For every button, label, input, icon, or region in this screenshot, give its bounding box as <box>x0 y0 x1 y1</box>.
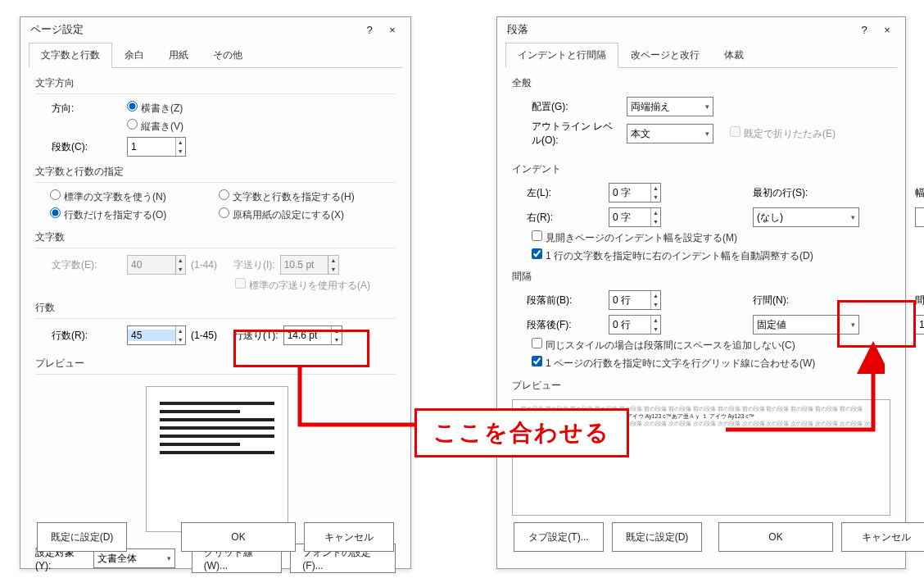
paragraph-dialog: 段落 ? × インデントと行間隔 改ページと改行 体裁 全般 配置(G): 両端… <box>496 16 906 569</box>
section-chars: 文字数 <box>35 230 396 250</box>
chk-collapse: 既定で折りたたみ(E) <box>730 126 836 141</box>
dialog-title: 段落 <box>507 22 528 37</box>
section-lines: 行数 <box>35 301 396 321</box>
ok-button[interactable]: OK <box>181 522 296 552</box>
line-pitch-label: 行送り(T): <box>233 329 279 343</box>
titlebar: 段落 ? × <box>497 17 905 42</box>
radio-std-chars[interactable]: 標準の文字数を使う(N) <box>50 189 214 204</box>
tab-paper[interactable]: 用紙 <box>156 43 201 68</box>
close-button[interactable]: × <box>381 20 404 39</box>
help-button[interactable]: ? <box>853 20 876 39</box>
tab-other[interactable]: その他 <box>201 43 255 68</box>
direction-label: 方向: <box>52 102 122 116</box>
first-line-select[interactable]: (なし)▾ <box>753 207 859 227</box>
alignment-select[interactable]: 両端揃え▾ <box>627 97 713 116</box>
tab-pagination[interactable]: 改ページと改行 <box>618 43 712 68</box>
indent-left-label: 左(L): <box>527 186 605 200</box>
radio-horizontal[interactable] <box>127 101 138 112</box>
radio-specify-both[interactable]: 文字数と行数を指定する(H) <box>219 189 396 204</box>
radio-horizontal-label[interactable]: 横書き(Z) <box>127 101 183 116</box>
pitch-label: 字送り(I): <box>233 258 275 272</box>
tabs-button[interactable]: タブ設定(T)... <box>514 522 604 552</box>
width-label: 幅(Y): <box>915 186 924 200</box>
space-before-label: 段落前(B): <box>527 294 605 307</box>
section-text-direction: 文字方向 <box>35 76 396 96</box>
page-setup-dialog: ページ設定 ? × 文字数と行数 余白 用紙 その他 文字方向 方向: 横書き(… <box>20 16 411 569</box>
pitch-spinner: ▲▼ <box>280 255 339 275</box>
chk-auto-adjust[interactable]: 1 行の文字数を指定時に右のインデント幅を自動調整する(D) <box>532 248 813 263</box>
outline-label: アウトライン レベル(O): <box>532 120 622 148</box>
content: 文字方向 方向: 横書き(Z) 縦書き(V) 段数(C): ▲▼ 文字数と行数の… <box>20 68 410 578</box>
at-label: 間隔(A): <box>915 294 924 307</box>
radio-manuscript[interactable]: 原稿用紙の設定にする(X) <box>219 207 396 222</box>
tabs: 文字数と行数 余白 用紙 その他 <box>29 42 402 68</box>
section-indent: インデント <box>512 162 890 178</box>
tabs: インデントと行間隔 改ページと改行 体裁 <box>505 42 897 68</box>
alignment-label: 配置(G): <box>532 100 622 114</box>
callout-text: ここを合わせる <box>414 408 629 457</box>
indent-left-spinner[interactable]: ▲▼ <box>609 183 661 203</box>
radio-lines-only[interactable]: 行数だけを指定する(O) <box>50 207 214 222</box>
section-preview: プレビュー <box>512 379 890 394</box>
help-button[interactable]: ? <box>358 20 381 39</box>
radio-vertical-label[interactable]: 縦書き(V) <box>127 119 183 134</box>
close-button[interactable]: × <box>876 20 899 39</box>
section-char-line-spec: 文字数と行数の指定 <box>35 165 396 184</box>
lines-label: 行数(R): <box>52 329 122 343</box>
chars-label: 文字数(E): <box>52 258 122 272</box>
space-after-label: 段落後(F): <box>527 318 605 332</box>
titlebar: ページ設定 ? × <box>20 17 410 42</box>
chk-std-pitch: 標準の字送りを使用する(A) <box>235 278 370 293</box>
columns-spinner[interactable]: ▲▼ <box>127 137 186 157</box>
tab-typography[interactable]: 体裁 <box>712 43 756 68</box>
page-preview-thumbnail <box>146 386 288 532</box>
tab-margins[interactable]: 余白 <box>112 43 156 68</box>
radio-vertical[interactable] <box>127 119 138 130</box>
space-before-spinner[interactable]: ▲▼ <box>609 290 661 310</box>
columns-label: 段数(C): <box>52 140 122 154</box>
chk-same-style[interactable]: 同じスタイルの場合は段落間にスペースを追加しない(C) <box>532 338 795 353</box>
set-default-button[interactable]: 既定に設定(D) <box>37 522 127 552</box>
chars-spinner: ▲▼ <box>127 255 186 275</box>
set-default-button[interactable]: 既定に設定(D) <box>612 522 702 552</box>
chk-snap-grid[interactable]: 1 ページの行数を指定時に文字を行グリッド線に合わせる(W) <box>532 356 815 371</box>
line-spacing-label: 行間(N): <box>753 294 859 307</box>
chk-mirror[interactable]: 見開きページのインデント幅を設定する(M) <box>532 230 737 245</box>
tab-indent-spacing[interactable]: インデントと行間隔 <box>505 43 618 68</box>
section-spacing: 間隔 <box>512 270 890 285</box>
line-pitch-spinner[interactable]: ▲▼ <box>283 325 342 345</box>
space-after-spinner[interactable]: ▲▼ <box>609 315 661 335</box>
tab-chars-lines[interactable]: 文字数と行数 <box>29 43 112 68</box>
indent-right-label: 右(R): <box>527 211 605 225</box>
lines-spinner[interactable]: ▲▼ <box>127 325 186 345</box>
lines-range: (1-45) <box>191 330 217 341</box>
dialog-title: ページ設定 <box>30 22 84 37</box>
cancel-button[interactable]: キャンセル <box>304 522 394 552</box>
indent-right-spinner[interactable]: ▲▼ <box>609 207 661 227</box>
at-spinner[interactable]: ▲▼ <box>915 315 924 335</box>
width-spinner[interactable]: ▲▼ <box>915 207 924 227</box>
line-spacing-select[interactable]: 固定値▾ <box>753 315 859 335</box>
ok-button[interactable]: OK <box>718 522 833 552</box>
chars-range: (1-44) <box>191 259 217 271</box>
outline-select[interactable]: 本文▾ <box>627 124 713 143</box>
section-general: 全般 <box>512 76 890 92</box>
section-preview: プレビュー <box>35 357 396 376</box>
first-line-label: 最初の行(S): <box>753 186 859 200</box>
cancel-button[interactable]: キャンセル <box>841 522 924 552</box>
